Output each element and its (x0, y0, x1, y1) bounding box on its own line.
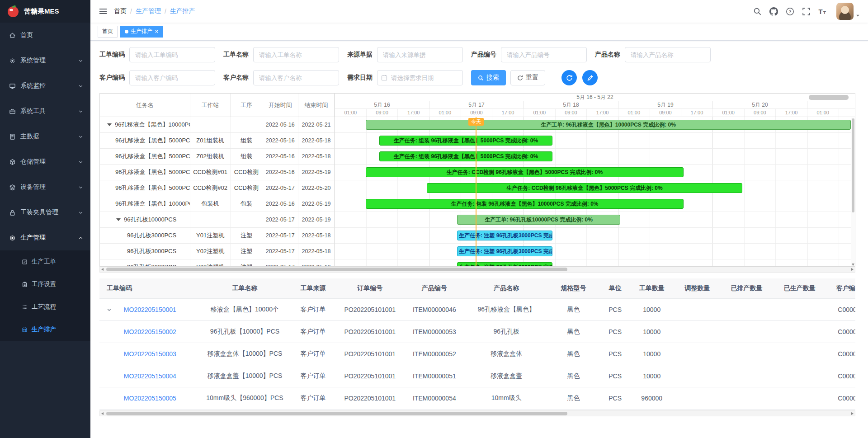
close-icon[interactable] (155, 29, 159, 33)
sidebar-item-warehouse[interactable]: 仓储管理 (0, 149, 90, 174)
sidebar-item-tooling-fixture[interactable]: 工装夹具管理 (0, 200, 90, 225)
gantt-grid-row[interactable]: 96孔移液盒【黑色】5000PCSZ01组装机组装2022-05-162022-… (100, 133, 335, 149)
workorder-code-link[interactable]: MO202205150001 (124, 306, 176, 313)
search-icon (478, 75, 484, 81)
gantt-grid-row[interactable]: 96孔孔板3000PCSY02注塑机注塑2022-05-172022-05-18 (100, 244, 335, 259)
sidebar-item-equipment[interactable]: 设备管理 (0, 174, 90, 200)
collapse-arrow-icon[interactable] (107, 123, 112, 126)
edit-schedule-button[interactable] (582, 70, 598, 85)
gantt-grid-row[interactable]: 96孔孔板3000PCSY03注塑机注塑2022-05-172022-05-18 (100, 259, 335, 266)
gantt-grid-row[interactable]: 96孔移液盒【黑色】10000PCS2022-05-162022-05-21 (100, 117, 335, 133)
gantt-grid-row[interactable]: 96孔移液盒【黑色】10000PCS包装机包装2022-05-162022-05… (100, 196, 335, 212)
tab-home[interactable]: 首页 (98, 26, 118, 38)
gantt-bar-task[interactable]: 生产任务: CCD检测 96孔移液盒【黑色】5000PCS 完成比例: 0% (366, 167, 684, 177)
gantt-grid-row[interactable]: 96孔孔板10000PCS2022-05-172022-05-19 (100, 212, 335, 228)
customer-name-input[interactable] (253, 70, 339, 85)
sidebar-item-process-settings[interactable]: 工序设置 (0, 273, 90, 296)
sidebar-item-label: 仓储管理 (20, 158, 78, 166)
user-menu[interactable] (836, 3, 860, 20)
product-name-input[interactable] (625, 47, 711, 62)
collapse-arrow-icon[interactable] (116, 218, 121, 221)
workorder-code-input[interactable] (129, 47, 215, 62)
breadcrumb-home[interactable]: 首页 (114, 7, 127, 15)
refresh-gantt-button[interactable] (561, 70, 577, 85)
gantt-bar-task[interactable]: 生产任务: 组装 96孔移液盒【黑色】5000PCS 完成比例: 0% (379, 136, 552, 146)
sidebar-item-production-workorder[interactable]: 生产工单 (0, 250, 90, 273)
source-doc-input[interactable] (377, 47, 463, 62)
customer-code-input[interactable] (129, 70, 215, 85)
workorder-code-link[interactable]: MO202205150004 (124, 372, 176, 380)
reset-button[interactable]: 重置 (510, 70, 545, 85)
table-row[interactable]: MO202205150001 移液盒【黑色】10000个 客户订单 PO2022… (99, 298, 855, 320)
gantt-grid-row[interactable]: 96孔移液盒【黑色】5000PCSCCD检测#02CCD检测2022-05-17… (100, 180, 335, 196)
hour-label: 09:00 (461, 109, 493, 117)
table-row[interactable]: MO202205150003 移液盒盒体【10000】PCS 客户订单 PO20… (99, 343, 855, 365)
gantt-grid-header: 任务名 工作站 工序 开始时间 结束时间 (100, 94, 335, 117)
sidebar-item-production[interactable]: 生产管理 (0, 225, 90, 250)
app-logo[interactable]: 苦糖果MES (0, 0, 90, 23)
table-row[interactable]: MO202205150002 96孔孔板【10000】PCS 客户订单 PO20… (99, 320, 855, 343)
gantt-bar-task[interactable]: 生产任务: 注塑 96孔孔板3000PCS 完成比例: 0% (457, 262, 552, 266)
gantt-bar-task[interactable]: 生产任务: CCD检测 96孔移液盒【黑色】5000PCS 完成比例: 0% (427, 183, 742, 193)
breadcrumb-production[interactable]: 生产管理 (136, 7, 161, 15)
gantt-vertical-scrollbar[interactable] (851, 118, 855, 266)
order-no-cell: PO202205101001 (337, 298, 403, 320)
table-horizontal-scrollbar[interactable] (99, 410, 855, 416)
sidebar-item-system-management[interactable]: 系统管理 (0, 48, 90, 73)
breadcrumb-scheduling[interactable]: 生产排产 (170, 7, 195, 15)
gantt-bar-task[interactable]: 生产任务: 注塑 96孔孔板3000PCS 完成比例: 0% (457, 231, 552, 240)
sidebar-item-production-scheduling[interactable]: 生产排产 (0, 318, 90, 341)
gantt-bar-task[interactable]: 生产任务: 包装 96孔移液盒【黑色】10000PCS 完成比例: 0% (366, 199, 684, 209)
workorder-code-link[interactable]: MO202205150002 (124, 328, 176, 335)
customer-code-cell: C00003 (827, 365, 855, 387)
scroll-down-arrow-icon[interactable] (852, 264, 854, 266)
scrollbar-thumb[interactable] (852, 118, 854, 212)
tab-production-scheduling[interactable]: 生产排产 (120, 26, 163, 38)
table-row[interactable]: MO202205150005 10mm吸头【960000】PCS 客户订单 PO… (99, 387, 855, 409)
workorder-code-link[interactable]: MO202205150005 (124, 395, 176, 402)
help-icon[interactable]: ? (786, 7, 794, 16)
fullscreen-icon[interactable] (802, 7, 811, 16)
table-row[interactable]: MO202205150004 移液盒盒盖【10000】PCS 客户订单 PO20… (99, 365, 855, 387)
sidebar-item-home[interactable]: 首页 (0, 23, 90, 48)
gantt-bar-task[interactable]: 生产任务: 组装 96孔移液盒【黑色】5000PCS 完成比例: 0% (379, 151, 552, 161)
demand-date-input[interactable] (377, 70, 463, 85)
search-button[interactable]: 搜索 (471, 70, 506, 85)
gantt-horizontal-scrollbar[interactable] (99, 267, 855, 273)
timeline-scrollbar-thumb[interactable] (809, 95, 849, 100)
user-avatar[interactable] (836, 3, 854, 20)
scroll-left-arrow-icon[interactable] (101, 412, 104, 415)
sidebar-item-system-tools[interactable]: 系统工具 (0, 99, 90, 124)
expand-row-icon[interactable] (107, 307, 112, 312)
gantt-grid-row[interactable]: 96孔移液盒【黑色】5000PCSCCD检测#01CCD检测2022-05-16… (100, 165, 335, 180)
product-name-cell: 移液盒盒体 (466, 343, 547, 365)
sidebar-item-process-flow[interactable]: 工艺流程 (0, 296, 90, 318)
gantt-bar-workorder[interactable]: 生产工单: 96孔孔板10000PCS 完成比例: 0% (457, 215, 620, 225)
svg-text:?: ? (789, 9, 792, 14)
workorder-name-input[interactable] (253, 47, 339, 62)
hamburger-icon[interactable] (99, 7, 108, 16)
scroll-right-arrow-icon[interactable] (851, 268, 854, 271)
scroll-right-arrow-icon[interactable] (851, 412, 854, 415)
workorder-code-link[interactable]: MO202205150003 (124, 350, 176, 358)
scrollbar-thumb[interactable] (106, 412, 567, 415)
end-cell: 2022-05-18 (298, 259, 335, 266)
scroll-left-arrow-icon[interactable] (101, 268, 104, 271)
gantt-bar-workorder[interactable]: 生产工单: 96孔移液盒【黑色】10000PCS 完成比例: 0% (366, 120, 851, 130)
gantt-bar-task[interactable]: 生产任务: 注塑 96孔孔板3000PCS 完成比例: 0% (457, 246, 552, 256)
field-customer-code: 客户编码 (99, 70, 215, 85)
task-name: 96孔孔板3000PCS (127, 263, 176, 266)
product-no-input[interactable] (501, 47, 587, 62)
col-qty: 工单数量 (630, 278, 673, 298)
font-size-icon[interactable]: TT (818, 7, 827, 16)
search-icon[interactable] (753, 7, 762, 16)
gantt-grid-row[interactable]: 96孔移液盒【黑色】5000PCSZ02组装机组装2022-05-162022-… (100, 149, 335, 165)
product-name-cell: 10mm吸头 (466, 387, 547, 409)
scrollbar-thumb[interactable] (106, 268, 567, 271)
gantt-grid-row[interactable]: 96孔孔板3000PCSY01注塑机注塑2022-05-172022-05-18 (100, 228, 335, 244)
github-icon[interactable] (769, 7, 778, 16)
sidebar-item-system-monitor[interactable]: 系统监控 (0, 73, 90, 99)
sidebar-item-master-data[interactable]: 主数据 (0, 124, 90, 149)
adjust-qty-cell (673, 387, 721, 409)
tab-label: 生产排产 (131, 28, 152, 35)
